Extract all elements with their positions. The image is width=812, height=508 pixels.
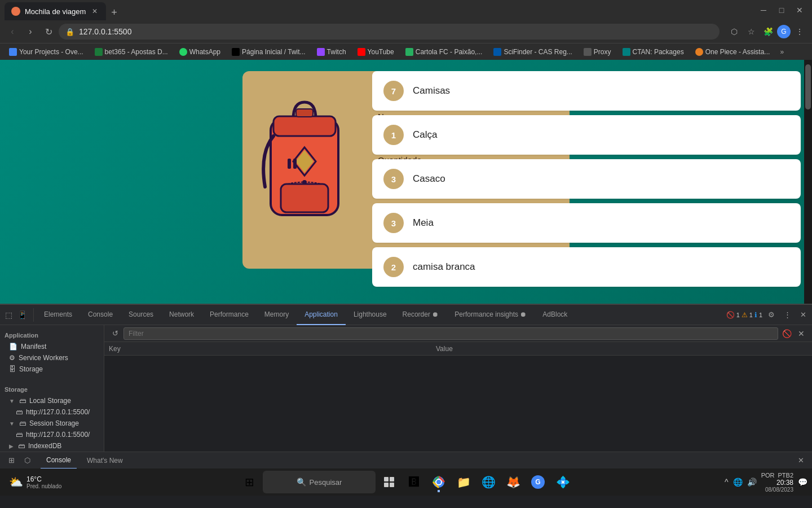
tab-performance[interactable]: Performance	[202, 305, 257, 325]
tray-caret-icon[interactable]: ^	[725, 478, 729, 487]
sidebar-item-session-storage[interactable]: ▼ 🗃 Session Storage	[0, 418, 104, 429]
extensions-icon[interactable]: 🧩	[760, 24, 776, 40]
tab-lighthouse[interactable]: Lighthouse	[346, 305, 395, 325]
bookmark-ctan[interactable]: CTAN: Packages	[618, 46, 689, 58]
tab-sources[interactable]: Sources	[121, 305, 161, 325]
page-scrollbar[interactable]	[804, 60, 812, 304]
minimize-button[interactable]: ─	[756, 2, 771, 18]
network-icon[interactable]: 🌐	[733, 478, 743, 487]
sidebar-item-local-storage-url[interactable]: 🗃 http://127.0.0.1:5500/	[0, 406, 104, 418]
clock-time: 20:38	[776, 479, 793, 487]
weather-widget[interactable]: ⛅ 16°C Pred. nublado	[5, 475, 66, 489]
tab-performance-insights[interactable]: Performance insights ⏺	[447, 305, 535, 325]
active-tab[interactable]: Mochila de viagem ✕	[5, 2, 106, 20]
filter-input[interactable]	[123, 327, 778, 340]
cast-icon[interactable]: ⬡	[726, 24, 742, 40]
item-qty-badge: 3	[383, 213, 404, 233]
address-bar[interactable]: 🔒 127.0.0.1:5500	[59, 24, 720, 40]
bookmark-scifinder[interactable]: SciFinder - CAS Reg...	[489, 46, 576, 58]
bookmark-youtube[interactable]: YouTube	[353, 46, 399, 58]
devtools-inspect-icon[interactable]: ⬚	[2, 308, 15, 322]
forward-button[interactable]: ›	[23, 24, 38, 40]
console-tab[interactable]: Console	[41, 452, 77, 469]
firefox-button[interactable]: 🦊	[502, 471, 524, 493]
close-button[interactable]: ✕	[792, 2, 807, 18]
close-bottom-icon[interactable]: ✕	[794, 454, 807, 467]
sidebar-item-storage[interactable]: 🗄 Storage	[0, 364, 104, 375]
tab-elements[interactable]: Elements	[36, 305, 80, 325]
notification-icon[interactable]: 💬	[798, 478, 807, 487]
bottom-icon-1[interactable]: ⊞	[5, 454, 18, 467]
devtools-close-icon[interactable]: ✕	[796, 308, 810, 322]
sidebar-item-indexeddb[interactable]: ▶ 🗃 IndexedDB	[0, 440, 104, 452]
bookmark-bet365[interactable]: bet365 - Apostas D...	[90, 46, 173, 58]
bookmark-favicon-8	[584, 48, 592, 56]
bookmarks-more-button[interactable]: »	[776, 47, 787, 57]
devtools-right-controls: 🚫 1 ⚠ 1 ℹ 1 ⚙ ⋮ ✕	[726, 308, 810, 322]
chrome-button[interactable]	[427, 471, 450, 493]
bookmark-star-icon[interactable]: ☆	[743, 24, 759, 40]
devtools-settings-icon[interactable]: ⚙	[765, 308, 778, 322]
bookmark-label-4: Twitch	[327, 48, 346, 56]
refresh-button[interactable]: ↺	[109, 327, 121, 340]
svg-rect-2	[296, 109, 313, 117]
volume-icon[interactable]: 🔊	[747, 478, 757, 487]
service-workers-icon: ⚙	[9, 354, 15, 362]
tab-close-button[interactable]: ✕	[90, 7, 99, 16]
menu-button[interactable]: ⋮	[792, 24, 807, 40]
devtools-device-icon[interactable]: 📱	[16, 308, 29, 322]
tab-adblock[interactable]: AdBlock	[535, 305, 575, 325]
svg-rect-8	[390, 477, 394, 481]
bookmark-whatsapp[interactable]: WhatsApp	[175, 46, 225, 58]
bookmark-label-10: One Piece - Assista...	[705, 48, 770, 56]
indexeddb-icon: 🗃	[18, 442, 25, 450]
sidebar-item-service-workers[interactable]: ⚙ Service Workers	[0, 352, 104, 364]
new-tab-button[interactable]: +	[106, 5, 122, 20]
edge-button[interactable]: 🌐	[477, 471, 500, 493]
tab-memory[interactable]: Memory	[257, 305, 297, 325]
weather-desc: Pred. nublado	[27, 483, 61, 489]
maximize-button[interactable]: □	[774, 2, 789, 18]
explorer-button[interactable]: 📁	[452, 471, 475, 493]
bookmark-onepiece[interactable]: One Piece - Assista...	[691, 46, 775, 58]
bookmark-twitch[interactable]: Twitch	[312, 46, 351, 58]
start-button[interactable]: ⊞	[238, 471, 261, 493]
bookmark-projects[interactable]: Your Projects - Ove...	[5, 46, 88, 58]
bookmark-favicon-10	[695, 48, 703, 56]
search-button[interactable]: 🔍 Pesquisar	[263, 471, 376, 493]
devtools-more-icon[interactable]: ⋮	[780, 308, 794, 322]
session-storage-icon: 🗃	[19, 419, 26, 427]
clear-filter-button[interactable]: 🚫	[780, 327, 793, 340]
profile-icon[interactable]: G	[777, 25, 791, 38]
bottom-close-button[interactable]: ✕	[794, 454, 807, 467]
tab-application[interactable]: Application	[297, 305, 346, 325]
bookmark-favicon-5	[358, 48, 365, 56]
sidebar-item-local-storage[interactable]: ▼ 🗃 Local Storage	[0, 395, 104, 406]
reload-button[interactable]: ↻	[41, 24, 56, 40]
tab-network[interactable]: Network	[161, 305, 202, 325]
item-qty-badge: 7	[383, 81, 404, 101]
tab-recorder[interactable]: Recorder ⏺	[395, 305, 447, 325]
bookmark-cartola[interactable]: Cartola FC - Paixão,...	[401, 46, 487, 58]
vscode-button[interactable]: 💠	[551, 471, 574, 493]
sidebar-item-manifest[interactable]: 📄 Manifest	[0, 341, 104, 352]
bookmark-proxy[interactable]: Proxy	[579, 46, 616, 58]
close-filter-button[interactable]: ✕	[795, 327, 807, 340]
storage-section-header: Storage	[0, 384, 104, 395]
bing-button[interactable]: 🅱	[403, 471, 425, 493]
clock-widget[interactable]: POR PTB2 20:38 08/08/2023	[761, 472, 793, 493]
bottom-icon-2[interactable]: ⬡	[20, 454, 34, 467]
tab-console[interactable]: Console	[80, 305, 121, 325]
devtools-sidebar: Application 📄 Manifest ⚙ Service Workers…	[0, 325, 104, 452]
warn-icon: ⚠	[742, 311, 748, 319]
taskbar-center: ⊞ 🔍 Pesquisar 🅱	[238, 471, 574, 493]
sidebar-item-session-storage-url[interactable]: 🗃 http://127.0.0.1:5500/	[0, 429, 104, 440]
application-section-header: Application	[0, 330, 104, 341]
application-section: Application 📄 Manifest ⚙ Service Workers…	[0, 325, 104, 379]
back-button[interactable]: ‹	[5, 24, 20, 40]
bookmark-twitter[interactable]: Página Inicial / Twit...	[227, 46, 310, 58]
google-button[interactable]: G	[527, 471, 549, 493]
whats-new-tab[interactable]: What's New	[81, 452, 129, 469]
taskview-button[interactable]	[378, 471, 400, 493]
list-item: 3 Casaco	[372, 159, 801, 199]
